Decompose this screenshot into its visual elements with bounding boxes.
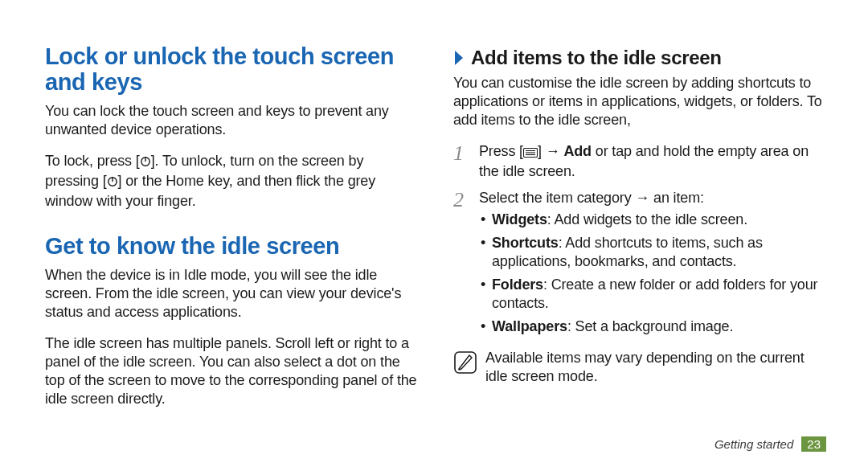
heading-lock-unlock: Lock or unlock the touch screen and keys (45, 43, 418, 96)
chevron-right-icon (453, 49, 466, 67)
para-lock-desc: You can lock the touch screen and keys t… (45, 102, 418, 139)
bullet-val: : Add widgets to the idle screen. (547, 211, 747, 227)
step-2: 2 Select the item category → an item: Wi… (453, 189, 826, 341)
para-lock-instruction: To lock, press []. To unlock, turn on th… (45, 152, 418, 211)
page-footer: Getting started 23 (714, 436, 826, 452)
para-customise: You can customise the idle screen by add… (453, 74, 826, 129)
left-column: Lock or unlock the touch screen and keys… (45, 43, 436, 448)
note-block: Available items may vary depending on th… (453, 349, 826, 386)
svg-rect-8 (455, 352, 476, 373)
menu-icon (523, 144, 538, 162)
text-fragment: To lock, press [ (45, 153, 140, 169)
list-item: Wallpapers: Set a background image. (479, 317, 826, 336)
power-icon (140, 154, 151, 172)
footer-section: Getting started (714, 437, 793, 451)
note-text: Available items may vary depending on th… (485, 349, 826, 386)
power-icon (107, 174, 118, 192)
para-idle-panels: The idle screen has multiple panels. Scr… (45, 334, 418, 408)
step-number: 2 (453, 189, 471, 341)
text-bold-add: Add (563, 143, 592, 159)
right-column: Add items to the idle screen You can cus… (436, 43, 826, 448)
manual-page: Lock or unlock the touch screen and keys… (0, 0, 868, 471)
list-item: Shortcuts: Add shortcuts to items, such … (479, 234, 826, 271)
subheading-text: Add items to the idle screen (471, 47, 722, 69)
text-fragment: ] → (538, 143, 563, 159)
heading-idle-screen: Get to know the idle screen (45, 233, 418, 259)
step-text: Select the item category → an item: (479, 189, 826, 207)
bullet-key: Folders (492, 276, 543, 293)
page-number: 23 (801, 436, 826, 452)
bullet-val: : Set a background image. (567, 318, 733, 334)
step-1: 1 Press [] → Add or tap and hold the emp… (453, 142, 826, 181)
text-fragment: Press [ (479, 143, 523, 159)
step-body: Select the item category → an item: Widg… (479, 189, 826, 341)
list-item: Folders: Create a new folder or add fold… (479, 276, 826, 313)
step-number: 1 (453, 142, 471, 181)
bullet-list: Widgets: Add widgets to the idle screen.… (479, 211, 826, 336)
bullet-key: Wallpapers (492, 318, 567, 334)
bullet-key: Widgets (492, 211, 547, 227)
para-idle-desc: When the device is in Idle mode, you wil… (45, 266, 418, 322)
list-item: Widgets: Add widgets to the idle screen. (479, 211, 826, 229)
subheading-add-items: Add items to the idle screen (453, 47, 826, 69)
bullet-key: Shortcuts (492, 235, 559, 251)
note-icon (453, 350, 477, 375)
step-body: Press [] → Add or tap and hold the empty… (479, 142, 826, 181)
